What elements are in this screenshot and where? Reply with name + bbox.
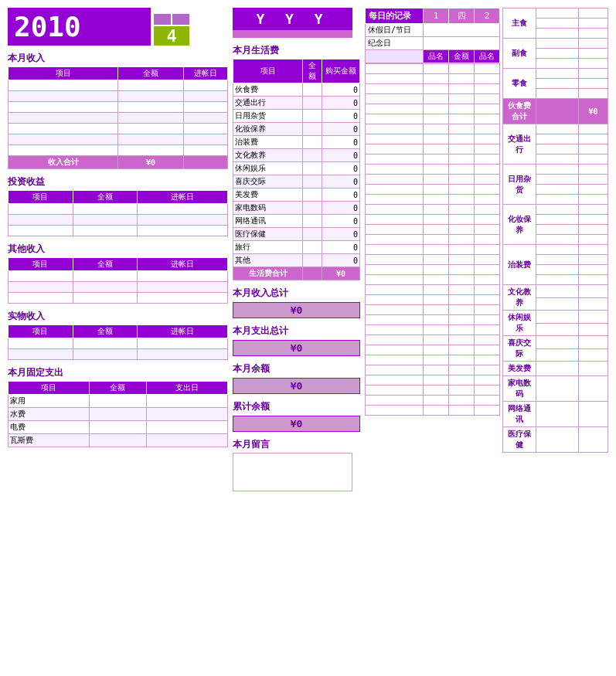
daily-data-table xyxy=(365,63,500,416)
daily-header-name1: 品名 xyxy=(424,50,449,63)
income-title: 本月收入 xyxy=(8,52,228,65)
month-block-1 xyxy=(154,14,171,25)
daily-header-amount: 金额 xyxy=(449,50,475,63)
other-income-title: 其他收入 xyxy=(8,243,228,256)
daily-col2: 四 xyxy=(449,8,475,24)
other-col-amount: 全额 xyxy=(73,258,138,271)
inv-col-item: 项目 xyxy=(9,191,73,204)
living-subtotal-label: 生活费合计 xyxy=(233,267,303,280)
daily-col1: 1 xyxy=(424,8,449,24)
monthly-expense-label: 本月支出总计 xyxy=(233,324,360,338)
real-col-amount: 全额 xyxy=(73,325,138,338)
other-col-item: 项目 xyxy=(9,258,73,271)
fixed-expense-table: 项目 全额 支出日 家用水费电费瓦斯费 xyxy=(8,381,228,447)
real-col-item: 项目 xyxy=(9,325,73,338)
daily-col3: 2 xyxy=(475,8,500,24)
holiday-label: 休假日/节日 xyxy=(366,24,424,37)
daily-header-name2: 品名 xyxy=(475,50,500,63)
fixed-col-amount: 全额 xyxy=(89,382,147,395)
income-col-date: 进帐日 xyxy=(184,67,228,80)
real-income-title: 实物收入 xyxy=(8,310,228,323)
living-col-purchase: 购买金额 xyxy=(322,59,359,83)
detail-table: 主食副食零食伙食费合计¥0交通出行日用杂货化妆保养治装费文化教养休闲娱乐喜庆交际… xyxy=(502,8,608,453)
income-subtotal-label: 收入合计 xyxy=(9,156,118,169)
cumulative-balance-label: 累计余额 xyxy=(233,400,360,413)
month-block-2 xyxy=(172,14,189,25)
living-col-amount: 全额 xyxy=(303,59,322,83)
inv-col-date: 进帐日 xyxy=(138,191,228,204)
income-table: 项目 全额 进帐日 收入合计 ¥0 xyxy=(8,66,228,169)
living-title: 本月生活费 xyxy=(233,44,360,57)
monthly-income-label: 本月收入总计 xyxy=(233,287,360,300)
real-col-date: 进帐日 xyxy=(138,325,228,338)
income-col-amount: 全额 xyxy=(118,67,184,80)
other-col-date: 进帐日 xyxy=(138,258,228,271)
monthly-note-box[interactable] xyxy=(233,453,352,491)
fixed-col-date: 支出日 xyxy=(147,382,228,395)
investment-title: 投资收益 xyxy=(8,175,228,189)
month-number: 4 xyxy=(154,26,189,46)
monthly-balance-label: 本月余额 xyxy=(233,362,360,375)
investment-table: 项目 全额 进帐日 xyxy=(8,190,228,236)
monthly-income-value: ¥0 xyxy=(233,302,360,318)
purple-stripe xyxy=(233,30,352,38)
income-subtotal-value: ¥0 xyxy=(118,156,184,169)
cumulative-balance-value: ¥0 xyxy=(233,416,360,432)
living-subtotal-value: ¥0 xyxy=(322,267,359,280)
inv-col-amount: 全额 xyxy=(73,191,138,204)
anniversary-label: 纪念日 xyxy=(366,37,424,50)
living-table: 项目 全额 购买金额 伙食费0交通出行0日用杂货0化妆保养0治装费0文化教养0休… xyxy=(233,59,360,280)
daily-title: 每日的记录 xyxy=(366,8,424,24)
monthly-expense-value: ¥0 xyxy=(233,340,360,356)
fixed-col-item: 项目 xyxy=(9,382,90,395)
yyy-box: Y Y Y xyxy=(233,8,352,30)
fixed-expense-title: 本月固定支出 xyxy=(8,366,228,379)
monthly-note-label: 本月留言 xyxy=(233,438,360,451)
living-col-item: 项目 xyxy=(233,59,303,83)
monthly-balance-value: ¥0 xyxy=(233,378,360,394)
other-income-table: 项目 全额 进帐日 xyxy=(8,257,228,304)
year-box: 2010 xyxy=(8,8,151,46)
daily-header-table: 每日的记录 1 四 2 休假日/节日 纪念日 品名 金额 品名 xyxy=(365,8,500,63)
real-income-table: 项目 全额 进帐日 xyxy=(8,324,228,360)
income-col-item: 项目 xyxy=(9,67,118,80)
